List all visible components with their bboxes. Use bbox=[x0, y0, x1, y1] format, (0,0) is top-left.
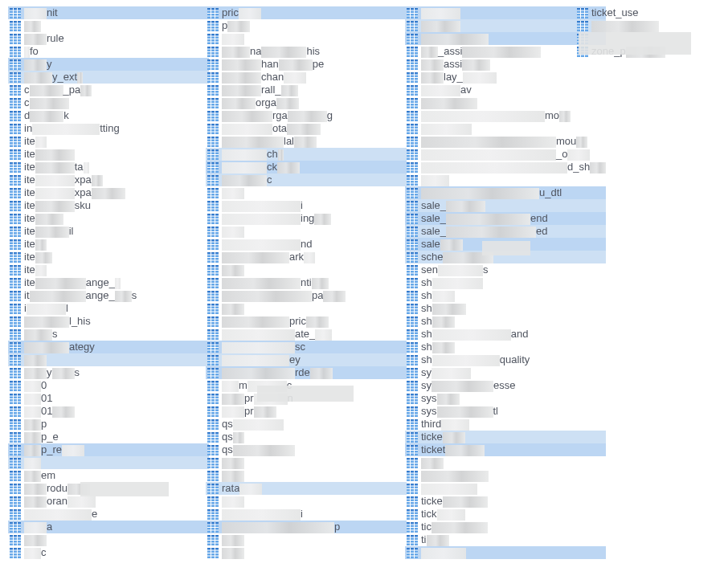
table-item[interactable] bbox=[8, 533, 209, 546]
table-item[interactable] bbox=[8, 19, 209, 32]
table-item[interactable]: nahis bbox=[206, 45, 407, 58]
table-item[interactable]: y_ext bbox=[8, 71, 209, 84]
table-item[interactable]: hanpe bbox=[206, 58, 407, 71]
table-item[interactable] bbox=[405, 546, 606, 559]
table-item[interactable]: sh bbox=[405, 302, 606, 315]
table-item[interactable]: itexpa bbox=[8, 174, 209, 186]
table-item[interactable] bbox=[405, 482, 606, 495]
table-item[interactable]: ark bbox=[206, 251, 407, 263]
table-item[interactable]: shquality bbox=[405, 353, 606, 366]
table-item[interactable]: qs bbox=[206, 418, 407, 431]
table-item[interactable] bbox=[575, 19, 720, 32]
table-item[interactable]: ite bbox=[8, 135, 209, 148]
table-item[interactable] bbox=[206, 533, 407, 546]
table-item[interactable]: p_re bbox=[8, 443, 209, 456]
table-item[interactable]: syesse bbox=[405, 379, 606, 392]
table-item[interactable]: sc bbox=[206, 341, 407, 353]
table-item[interactable]: ite bbox=[8, 238, 209, 251]
table-item[interactable]: a bbox=[8, 521, 209, 533]
table-item[interactable]: ey bbox=[206, 353, 407, 366]
table-item[interactable]: d_sh bbox=[405, 161, 606, 174]
table-item[interactable]: iteil bbox=[8, 225, 209, 238]
table-item[interactable]: sale_ed bbox=[405, 225, 606, 238]
table-item[interactable]: chan bbox=[206, 71, 407, 84]
table-item[interactable]: iteange_ bbox=[8, 276, 209, 289]
table-item[interactable]: e bbox=[8, 508, 209, 521]
table-item[interactable]: sale_ bbox=[405, 199, 606, 212]
table-item[interactable]: nit bbox=[8, 6, 209, 19]
table-item[interactable]: qs bbox=[206, 443, 407, 456]
table-item[interactable]: lay_ bbox=[405, 71, 606, 84]
table-item[interactable]: oran bbox=[8, 495, 209, 508]
table-item[interactable]: rule bbox=[8, 32, 209, 45]
table-item[interactable]: ate_ bbox=[206, 328, 407, 341]
table-item[interactable]: mou bbox=[405, 135, 606, 148]
table-item[interactable]: ategy bbox=[8, 341, 209, 353]
table-item[interactable]: u_dtl bbox=[405, 186, 606, 199]
table-item[interactable]: ota bbox=[206, 122, 407, 135]
table-item[interactable]: il bbox=[8, 302, 209, 315]
table-item[interactable] bbox=[206, 302, 407, 315]
table-item[interactable] bbox=[405, 96, 606, 109]
table-item[interactable]: p bbox=[206, 19, 407, 32]
table-item[interactable]: 01 bbox=[8, 405, 209, 418]
table-item[interactable]: fo bbox=[8, 45, 209, 58]
table-item[interactable]: sy bbox=[405, 366, 606, 379]
table-item[interactable]: i bbox=[206, 199, 407, 212]
table-item[interactable]: 01 bbox=[8, 392, 209, 405]
table-item[interactable]: ing bbox=[206, 212, 407, 225]
table-item[interactable]: nti bbox=[206, 276, 407, 289]
table-item[interactable]: em bbox=[8, 469, 209, 482]
table-item[interactable]: pric bbox=[206, 6, 407, 19]
table-item[interactable]: l_his bbox=[8, 315, 209, 328]
table-item[interactable] bbox=[206, 456, 407, 469]
table-item[interactable]: rde bbox=[206, 366, 407, 379]
table-item[interactable]: nd bbox=[206, 238, 407, 251]
table-item[interactable] bbox=[206, 263, 407, 276]
table-item[interactable]: c bbox=[8, 96, 209, 109]
table-item[interactable] bbox=[405, 456, 606, 469]
table-item[interactable] bbox=[206, 186, 407, 199]
table-item[interactable]: ticke bbox=[405, 495, 606, 508]
table-item[interactable]: s bbox=[8, 328, 209, 341]
table-item[interactable]: rata bbox=[206, 482, 407, 495]
table-item[interactable]: p bbox=[8, 418, 209, 431]
table-item[interactable]: itange_s bbox=[8, 289, 209, 302]
table-item[interactable]: systl bbox=[405, 405, 606, 418]
table-item[interactable]: ite bbox=[8, 148, 209, 161]
table-item[interactable]: c bbox=[206, 174, 407, 186]
table-item[interactable]: ys bbox=[8, 366, 209, 379]
table-item[interactable]: ite bbox=[8, 263, 209, 276]
table-item[interactable]: i bbox=[206, 508, 407, 521]
table-item[interactable] bbox=[8, 353, 209, 366]
table-item[interactable]: sh bbox=[405, 315, 606, 328]
table-item[interactable] bbox=[405, 469, 606, 482]
table-item[interactable]: sh bbox=[405, 341, 606, 353]
table-item[interactable]: sale_end bbox=[405, 212, 606, 225]
table-item[interactable]: ticket_use bbox=[575, 6, 720, 19]
table-item[interactable]: ite bbox=[8, 251, 209, 263]
table-item[interactable]: ite bbox=[8, 212, 209, 225]
table-item[interactable]: ti bbox=[405, 533, 606, 546]
table-item[interactable]: rall_ bbox=[206, 84, 407, 96]
table-item[interactable] bbox=[405, 122, 606, 135]
table-item[interactable]: qs bbox=[206, 431, 407, 443]
table-item[interactable] bbox=[206, 469, 407, 482]
table-item[interactable]: ticke bbox=[405, 431, 606, 443]
table-item[interactable]: sens bbox=[405, 263, 606, 276]
table-item[interactable]: shand bbox=[405, 328, 606, 341]
table-item[interactable]: sys bbox=[405, 392, 606, 405]
table-item[interactable]: iteta bbox=[8, 161, 209, 174]
table-item[interactable]: itexpa bbox=[8, 186, 209, 199]
table-item[interactable]: sh bbox=[405, 276, 606, 289]
table-item[interactable]: lal bbox=[206, 135, 407, 148]
table-item[interactable] bbox=[405, 174, 606, 186]
table-item[interactable]: ch bbox=[206, 148, 407, 161]
table-item[interactable]: assi bbox=[405, 58, 606, 71]
table-item[interactable]: intting bbox=[8, 122, 209, 135]
table-item[interactable]: tic bbox=[405, 521, 606, 533]
table-item[interactable]: ticket bbox=[405, 443, 606, 456]
table-item[interactable]: itesku bbox=[8, 199, 209, 212]
table-item[interactable]: p_e bbox=[8, 431, 209, 443]
table-item[interactable]: _o bbox=[405, 148, 606, 161]
